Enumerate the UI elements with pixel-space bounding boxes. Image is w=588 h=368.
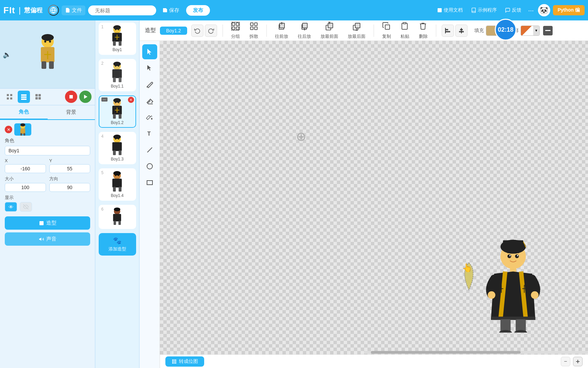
svg-rect-81	[232, 27, 235, 30]
file-button[interactable]: 文件	[62, 5, 85, 15]
ungroup-button[interactable]: 拆散	[247, 20, 261, 41]
list-view-button[interactable]	[18, 91, 30, 103]
zoom-in-button[interactable]	[573, 357, 583, 366]
svg-rect-62	[112, 142, 122, 151]
display-row: 显示 👁	[5, 195, 90, 212]
add-sprite-button[interactable]: 🐾 添加造型	[99, 233, 136, 256]
eye-hide-button[interactable]	[20, 202, 32, 212]
user-avatar[interactable]: 🐼	[538, 4, 550, 16]
sprite-char-1	[108, 25, 127, 47]
redo-button[interactable]	[205, 25, 217, 37]
svg-point-75	[114, 208, 120, 211]
main-layout: 🔈 角色 背景	[0, 20, 588, 368]
title-input[interactable]	[88, 5, 156, 15]
sprite-item-4[interactable]: 4 Boy1.3	[99, 132, 136, 164]
svg-marker-26	[84, 95, 87, 99]
sound-button[interactable]: 声音	[5, 232, 90, 246]
language-button[interactable]	[48, 5, 59, 16]
eraser-tool-button[interactable]	[142, 93, 157, 108]
svg-point-49	[115, 65, 116, 67]
zoom-controls: −	[561, 357, 583, 366]
doc-button[interactable]: 使用文档	[434, 6, 466, 15]
thickness-control[interactable]	[543, 26, 553, 35]
fill-tool-button[interactable]	[142, 110, 157, 125]
convert-to-bitmap-button[interactable]: 转成位图	[165, 356, 204, 367]
svg-point-110	[147, 86, 148, 88]
grid-small-button[interactable]	[3, 91, 16, 103]
canvas-character	[479, 237, 547, 334]
feedback-button[interactable]: 反馈	[502, 6, 524, 15]
svg-marker-109	[147, 65, 151, 71]
sprite-item-1[interactable]: 1 Boy1	[99, 22, 136, 55]
example-button[interactable]: 示例程序	[468, 6, 500, 15]
sprite-item-3[interactable]: 3 ✕ — Boy1.2	[99, 95, 136, 128]
pointer-tool-button[interactable]	[142, 61, 157, 76]
group-button[interactable]: 分组	[228, 20, 243, 41]
dir-group: 方向	[49, 176, 91, 192]
backward-button[interactable]: 往后放	[295, 20, 314, 41]
zoom-out-button[interactable]: −	[561, 357, 570, 366]
svg-point-61	[113, 135, 121, 139]
char-name-input[interactable]	[5, 146, 90, 155]
editor-area: 造型 Boy1.2 分组	[140, 20, 588, 368]
line-tool-button[interactable]	[142, 142, 157, 157]
size-input[interactable]	[5, 183, 46, 192]
text-tool-button[interactable]: T	[142, 126, 157, 141]
editor-body: T ⊕	[140, 41, 588, 368]
align-center-button[interactable]	[455, 25, 468, 37]
costume-button[interactable]: 造型	[5, 216, 90, 230]
publish-button[interactable]: 发布	[185, 4, 211, 16]
align-left-button[interactable]	[442, 25, 454, 37]
more-button[interactable]: ···	[527, 6, 535, 14]
dir-input[interactable]	[49, 183, 91, 192]
canvas-content[interactable]: ⊕	[160, 41, 588, 354]
canvas-scrollbar[interactable]	[364, 351, 588, 354]
rect-tool-button[interactable]	[142, 175, 157, 190]
back-button[interactable]: 放最后面	[345, 20, 368, 41]
svg-rect-23	[35, 97, 38, 99]
select-tool-button[interactable]	[142, 44, 157, 59]
svg-rect-102	[445, 29, 448, 30]
paste-button[interactable]: 粘贴	[398, 20, 412, 41]
front-button[interactable]: 放最前面	[318, 20, 341, 41]
char-section-title: 角色	[5, 138, 90, 144]
svg-point-66	[118, 138, 119, 140]
svg-rect-83	[231, 22, 240, 30]
size-label: 大小	[5, 176, 46, 182]
outline-dropdown-arrow[interactable]: ▼	[533, 26, 539, 35]
sprite-num-5: 5	[101, 170, 104, 175]
character-preview: 🔈	[0, 20, 95, 89]
svg-rect-103	[445, 31, 450, 32]
forward-button[interactable]: 往前放	[272, 20, 291, 41]
x-input[interactable]	[5, 164, 46, 173]
tab-background[interactable]: 背景	[48, 105, 95, 119]
y-input[interactable]	[49, 164, 91, 173]
svg-rect-82	[236, 27, 239, 30]
char-close-btn[interactable]: ✕	[5, 126, 12, 133]
outline-color-control[interactable]: ▼	[521, 26, 540, 36]
circle-tool-button[interactable]	[142, 159, 157, 174]
svg-point-123	[517, 255, 518, 256]
sprite-close-3[interactable]: ✕	[128, 97, 134, 103]
svg-point-45	[113, 62, 121, 66]
copy-button[interactable]: 复制	[379, 20, 394, 41]
svg-rect-79	[232, 23, 235, 26]
delete-button[interactable]: 删除	[416, 20, 430, 41]
svg-point-73	[118, 175, 119, 176]
sprite-item-6[interactable]: 6	[99, 205, 136, 229]
sprite-item-5[interactable]: 5 Boy1.4	[99, 168, 136, 201]
play-button[interactable]	[79, 91, 92, 103]
save-button[interactable]: 保存	[159, 5, 183, 15]
costume-name-box[interactable]: Boy1.2	[160, 27, 187, 35]
svg-rect-85	[255, 23, 257, 26]
brush-tool-button[interactable]	[142, 77, 157, 92]
grid-large-button[interactable]	[32, 91, 44, 103]
outline-color-box[interactable]	[521, 26, 533, 35]
svg-rect-15	[10, 94, 12, 96]
stop-button[interactable]	[65, 91, 77, 103]
undo-button[interactable]	[191, 25, 203, 37]
python-button[interactable]: Python 编	[553, 5, 585, 15]
sprite-item-2[interactable]: 2 Boy1.1	[99, 59, 136, 91]
eye-show-button[interactable]: 👁	[5, 202, 17, 212]
tab-character[interactable]: 角色	[0, 105, 48, 119]
